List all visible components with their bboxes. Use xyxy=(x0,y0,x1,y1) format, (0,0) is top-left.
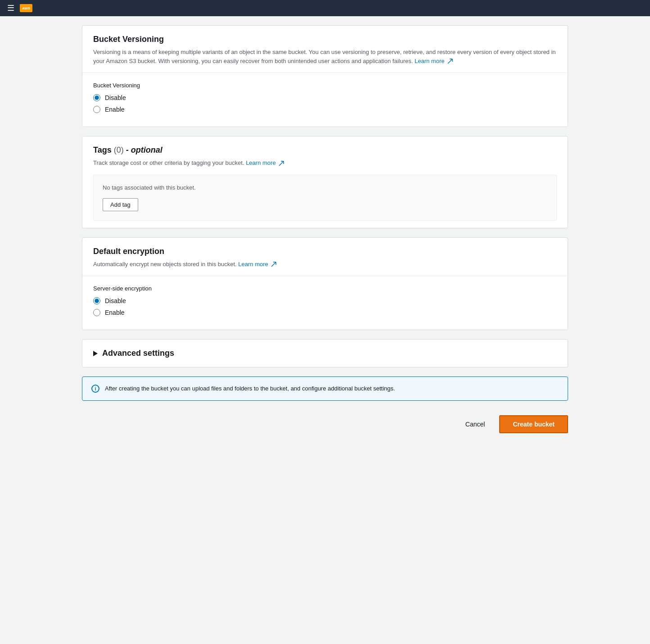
add-tag-button[interactable]: Add tag xyxy=(103,198,138,211)
info-icon: i xyxy=(91,385,99,393)
aws-logo: AWS xyxy=(20,4,32,12)
encryption-enable-option[interactable]: Enable xyxy=(93,309,557,316)
default-encryption-title: Default encryption xyxy=(93,247,557,256)
encryption-disable-label: Disable xyxy=(105,297,126,304)
tags-title: Tags (0) - optional xyxy=(93,145,557,155)
advanced-settings-section: Advanced settings xyxy=(82,339,568,367)
bucket-versioning-learn-more[interactable]: Learn more xyxy=(415,58,453,64)
advanced-settings-toggle[interactable]: Advanced settings xyxy=(82,340,568,367)
create-bucket-button[interactable]: Create bucket xyxy=(499,415,568,433)
encryption-learn-more[interactable]: Learn more xyxy=(238,261,276,268)
menu-icon[interactable]: ☰ xyxy=(7,3,14,13)
cancel-button[interactable]: Cancel xyxy=(458,417,492,431)
versioning-enable-option[interactable]: Enable xyxy=(93,106,557,113)
tags-learn-more[interactable]: Learn more xyxy=(246,159,284,166)
encryption-radio-label: Server-side encryption xyxy=(93,285,557,292)
top-bar: ☰ AWS xyxy=(0,0,650,16)
bucket-versioning-title: Bucket Versioning xyxy=(93,35,557,44)
encryption-disable-option[interactable]: Disable xyxy=(93,297,557,304)
triangle-right-icon xyxy=(93,351,98,356)
tags-section: Tags (0) - optional Track storage cost o… xyxy=(82,136,568,228)
tags-empty-text: No tags associated with this bucket. xyxy=(103,184,547,191)
tags-description: Track storage cost or other criteria by … xyxy=(93,159,557,168)
versioning-enable-label: Enable xyxy=(105,106,125,113)
default-encryption-description: Automatically encrypt new objects stored… xyxy=(93,260,557,269)
bucket-versioning-description: Versioning is a means of keeping multipl… xyxy=(93,48,557,65)
bucket-versioning-section: Bucket Versioning Versioning is a means … xyxy=(82,25,568,127)
versioning-disable-option[interactable]: Disable xyxy=(93,94,557,101)
info-banner-text: After creating the bucket you can upload… xyxy=(105,384,395,393)
bucket-versioning-radio-label: Bucket Versioning xyxy=(93,82,557,89)
encryption-enable-label: Enable xyxy=(105,309,125,316)
info-banner: i After creating the bucket you can uplo… xyxy=(82,376,568,401)
default-encryption-section: Default encryption Automatically encrypt… xyxy=(82,237,568,331)
advanced-settings-title: Advanced settings xyxy=(102,349,174,358)
footer-actions: Cancel Create bucket xyxy=(82,412,568,437)
versioning-disable-label: Disable xyxy=(105,94,126,101)
